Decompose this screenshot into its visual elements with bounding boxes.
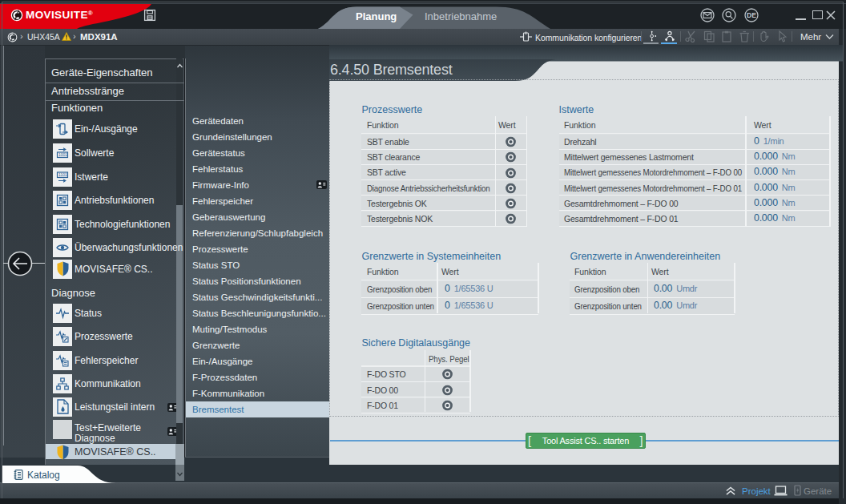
svg-text:1101: 1101 — [58, 172, 67, 177]
svg-text:1001: 1001 — [58, 152, 67, 157]
